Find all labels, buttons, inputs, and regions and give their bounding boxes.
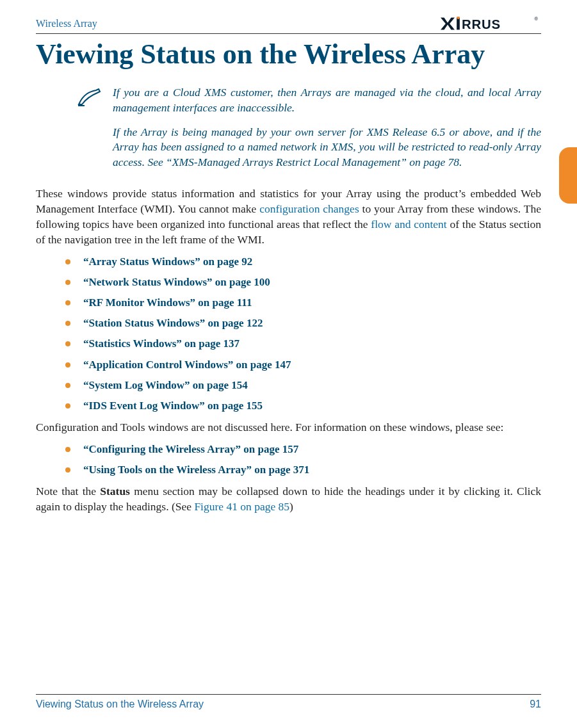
text-segment: Note that the	[36, 485, 100, 497]
config-tools-list: “Configuring the Wireless Array” on page…	[36, 442, 541, 477]
xirrus-logo-icon: RRUS ®	[441, 17, 541, 31]
link-configuration-changes[interactable]: configuration changes	[259, 202, 359, 215]
page-title: Viewing Status on the Wireless Array	[36, 39, 541, 70]
brand-logo: RRUS ®	[441, 17, 541, 31]
link-figure-41[interactable]: Figure 41 on page 85	[194, 500, 289, 513]
footer-left: Viewing Status on the Wireless Array	[36, 699, 204, 710]
note-text: If you are a Cloud XMS customer, then Ar…	[113, 85, 541, 179]
svg-marker-0	[441, 18, 455, 30]
text-segment: )	[289, 500, 293, 513]
svg-text:RRUS: RRUS	[462, 17, 501, 31]
svg-text:®: ®	[534, 17, 538, 22]
link-flow-and-content[interactable]: flow and content	[371, 218, 446, 231]
list-item[interactable]: “Network Status Windows” on page 100	[36, 275, 541, 289]
list-item[interactable]: “Configuring the Wireless Array” on page…	[36, 442, 541, 457]
body-paragraph-1: These windows provide status information…	[36, 186, 541, 248]
status-topics-list: “Array Status Windows” on page 92 “Netwo…	[36, 255, 541, 413]
note-paragraph-1: If you are a Cloud XMS customer, then Ar…	[113, 85, 541, 115]
body-paragraph-3: Note that the Status menu section may be…	[36, 483, 541, 514]
page-footer: Viewing Status on the Wireless Array 91	[36, 694, 541, 710]
svg-rect-1	[457, 18, 460, 30]
list-item[interactable]: “IDS Event Log Window” on page 155	[36, 399, 541, 413]
hand-write-icon	[77, 85, 102, 179]
list-item[interactable]: “Station Status Windows” on page 122	[36, 316, 541, 330]
bold-status: Status	[100, 485, 130, 497]
running-header: Wireless Array RRUS ®	[36, 17, 541, 34]
section-tab	[559, 147, 577, 204]
list-item[interactable]: “Application Control Windows” on page 14…	[36, 358, 541, 372]
page: Wireless Array RRUS ® Viewing Status on …	[0, 0, 577, 728]
note-callout: If you are a Cloud XMS customer, then Ar…	[77, 85, 541, 179]
note-paragraph-2: If the Array is being managed by your ow…	[113, 125, 541, 170]
list-item[interactable]: “Using Tools on the Wireless Array” on p…	[36, 463, 541, 477]
page-number: 91	[530, 699, 541, 710]
running-header-left: Wireless Array	[36, 18, 97, 29]
list-item[interactable]: “RF Monitor Windows” on page 111	[36, 296, 541, 310]
body-paragraph-2: Configuration and Tools windows are not …	[36, 419, 541, 435]
list-item[interactable]: “Statistics Windows” on page 137	[36, 337, 541, 351]
list-item[interactable]: “System Log Window” on page 154	[36, 378, 541, 392]
list-item[interactable]: “Array Status Windows” on page 92	[36, 255, 541, 269]
